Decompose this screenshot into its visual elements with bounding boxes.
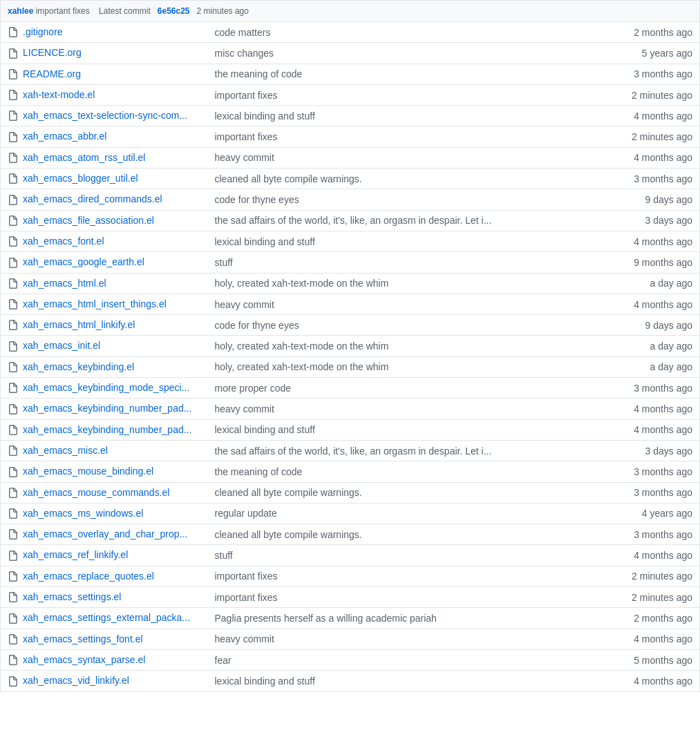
time-cell: 2 minutes ago [617, 84, 700, 105]
file-cell: xah_emacs_mouse_binding.el [1, 461, 208, 482]
file-name-link[interactable]: xah_emacs_dired_commands.el [23, 193, 162, 204]
time-cell: 9 days ago [617, 315, 700, 336]
file-cell: xah_emacs_abbr.el [1, 126, 208, 147]
table-row: xah_emacs_keybinding_mode_speci...more p… [1, 378, 700, 399]
file-name-link[interactable]: xah_emacs_syntax_parse.el [23, 654, 145, 665]
file-cell: xah_emacs_html_insert_things.el [1, 294, 208, 314]
file-cell: xah_emacs_blogger_util.el [1, 169, 208, 189]
header-commit-message: important fixes [36, 6, 90, 16]
table-row: xah_emacs_abbr.elimportant fixes2 minute… [1, 126, 700, 147]
time-cell: a day ago [617, 273, 700, 294]
commit-message-cell: cleaned all byte compile warnings. [208, 482, 617, 503]
file-icon [8, 383, 19, 394]
file-icon [8, 153, 19, 164]
commit-message-cell: code for thyne eyes [208, 189, 617, 210]
commit-message-cell: lexical binding and stuff [208, 231, 617, 251]
file-icon [8, 132, 19, 143]
table-row: xah_emacs_html_insert_things.elheavy com… [1, 294, 700, 314]
file-cell: xah_emacs_ref_linkify.el [1, 545, 208, 566]
table-row: xah-text-mode.elimportant fixes2 minutes… [1, 84, 700, 105]
table-row: xah_emacs_overlay_and_char_prop...cleane… [1, 524, 700, 545]
file-name-link[interactable]: xah_emacs_settings_external_packa... [23, 612, 190, 623]
time-cell: 9 months ago [617, 252, 700, 273]
file-name-link[interactable]: xah_emacs_blogger_util.el [23, 173, 138, 184]
commit-message-cell: misc changes [208, 43, 617, 64]
file-name-link[interactable]: .gitignore [23, 26, 63, 37]
file-name-link[interactable]: xah_emacs_keybinding_number_pad... [23, 424, 191, 435]
commit-message-cell: code matters [208, 22, 617, 43]
file-name-link[interactable]: xah_emacs_abbr.el [23, 131, 106, 142]
commit-message-cell: fear [208, 649, 617, 670]
file-icon [8, 508, 19, 519]
file-icon [8, 362, 19, 373]
file-icon [8, 592, 19, 603]
table-row: xah_emacs_settings.elimportant fixes2 mi… [1, 587, 700, 608]
file-cell: xah_emacs_keybinding.el [1, 356, 208, 377]
time-cell: 2 minutes ago [617, 126, 700, 147]
table-row: xah_emacs_syntax_parse.elfear5 months ag… [1, 649, 700, 670]
file-name-link[interactable]: LICENCE.org [23, 47, 82, 58]
commit-message-cell: important fixes [208, 587, 617, 608]
file-cell: LICENCE.org [1, 43, 208, 64]
file-name-link[interactable]: xah_emacs_vid_linkify.el [23, 675, 129, 686]
file-name-link[interactable]: xah_emacs_font.el [23, 236, 104, 247]
file-name-link[interactable]: xah_emacs_init.el [23, 340, 100, 351]
commit-message-cell: the meaning of code [208, 64, 617, 84]
time-cell: 4 months ago [617, 419, 700, 440]
file-cell: xah_emacs_file_association.el [1, 210, 208, 231]
file-name-link[interactable]: xah_emacs_atom_rss_util.el [23, 152, 145, 163]
file-cell: xah-text-mode.el [1, 84, 208, 105]
commit-message-cell: heavy commit [208, 294, 617, 314]
table-row: .gitignorecode matters2 months ago [1, 22, 700, 43]
table-row: xah_emacs_html_linkify.elcode for thyne … [1, 315, 700, 336]
file-cell: xah_emacs_misc.el [1, 440, 208, 461]
latest-commit-label: Latest commit [99, 6, 151, 16]
author-link[interactable]: xahlee [8, 6, 33, 16]
file-name-link[interactable]: xah_emacs_keybinding_number_pad... [23, 403, 191, 414]
file-name-link[interactable]: xah_emacs_text-selection-sync-com... [23, 110, 187, 121]
time-cell: 4 months ago [617, 147, 700, 168]
file-name-link[interactable]: xah_emacs_settings_font.el [23, 633, 143, 644]
file-name-link[interactable]: xah_emacs_mouse_commands.el [23, 487, 169, 498]
table-row: xah_emacs_atom_rss_util.elheavy commit4 … [1, 147, 700, 168]
file-name-link[interactable]: xah-text-mode.el [23, 89, 95, 100]
time-cell: 3 days ago [617, 440, 700, 461]
file-icon [8, 27, 19, 38]
time-cell: 3 days ago [617, 210, 700, 231]
file-icon [8, 676, 19, 687]
file-cell: xah_emacs_atom_rss_util.el [1, 147, 208, 168]
file-name-link[interactable]: xah_emacs_google_earth.el [23, 256, 144, 267]
file-name-link[interactable]: xah_emacs_replace_quotes.el [23, 571, 154, 582]
time-cell: 4 months ago [617, 629, 700, 649]
file-name-link[interactable]: xah_emacs_ms_windows.el [23, 508, 143, 519]
commit-message-cell: the sad affairs of the world, it's, like… [208, 440, 617, 461]
table-row: xah_emacs_mouse_commands.elcleaned all b… [1, 482, 700, 503]
file-name-link[interactable]: xah_emacs_html_insert_things.el [23, 298, 167, 309]
file-cell: xah_emacs_html.el [1, 273, 208, 294]
file-name-link[interactable]: xah_emacs_html_linkify.el [23, 319, 135, 330]
file-cell: xah_emacs_syntax_parse.el [1, 649, 208, 670]
file-name-link[interactable]: xah_emacs_keybinding_mode_speci... [23, 382, 189, 393]
file-name-link[interactable]: xah_emacs_misc.el [23, 445, 108, 456]
file-name-link[interactable]: xah_emacs_html.el [23, 278, 106, 289]
commit-message-cell: important fixes [208, 126, 617, 147]
file-name-link[interactable]: xah_emacs_mouse_binding.el [23, 466, 153, 477]
table-row: xah_emacs_init.elholy, created xah-text-… [1, 336, 700, 356]
file-icon [8, 173, 19, 184]
file-name-link[interactable]: README.org [23, 68, 81, 79]
commit-hash-link[interactable]: 6e56c25 [158, 6, 190, 16]
time-cell: 4 months ago [617, 231, 700, 251]
commit-message-cell: heavy commit [208, 147, 617, 168]
table-row: xah_emacs_settings_font.elheavy commit4 … [1, 629, 700, 649]
file-name-link[interactable]: xah_emacs_overlay_and_char_prop... [23, 528, 187, 539]
file-name-link[interactable]: xah_emacs_file_association.el [23, 215, 154, 226]
time-cell: 2 minutes ago [617, 566, 700, 586]
time-cell: a day ago [617, 356, 700, 377]
file-name-link[interactable]: xah_emacs_keybinding.el [23, 361, 134, 372]
file-name-link[interactable]: xah_emacs_ref_linkify.el [23, 549, 128, 560]
file-cell: xah_emacs_font.el [1, 231, 208, 251]
file-name-link[interactable]: xah_emacs_settings.el [23, 591, 121, 602]
table-row: xah_emacs_mouse_binding.elthe meaning of… [1, 461, 700, 482]
file-cell: xah_emacs_settings_font.el [1, 629, 208, 649]
table-row: xah_emacs_dired_commands.elcode for thyn… [1, 189, 700, 210]
